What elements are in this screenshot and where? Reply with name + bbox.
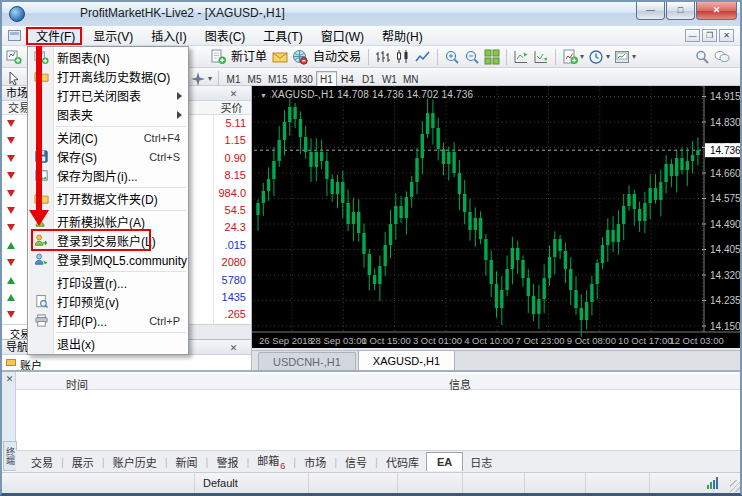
child-minimize-button[interactable]: — [685,29,700,42]
templates-dropdown-icon[interactable]: ▾ [632,47,636,67]
file-menu-item-退出(x)[interactable]: 退出(x) [28,334,188,353]
maximize-button[interactable]: □ [666,2,695,20]
menubar-item-图表(C)[interactable]: 图表(C) [196,27,255,47]
svg-text:14.915: 14.915 [710,91,741,102]
minimize-button[interactable]: — [636,2,665,20]
child-window-icon[interactable] [8,30,21,41]
zoom-in-icon[interactable] [442,47,462,67]
chart-autoscroll-icon[interactable] [531,47,551,67]
navigator-close-icon[interactable]: ✕ [228,342,239,353]
file-menu: 新图表(N)打开离线历史数据(O)打开已关闭图表图表夹关闭(C)Ctrl+F4保… [27,46,189,355]
terminal-tab-日志[interactable]: 日志 [463,452,499,472]
current-price-tag: 14.736 [705,143,742,157]
menubar-item-显示(V)[interactable]: 显示(V) [84,27,142,47]
autotrading-icon[interactable] [290,47,310,67]
terminal-side-tab[interactable]: 终端 [3,441,17,471]
printer-icon [28,313,54,328]
file-menu-item-保存为图片(i)...[interactable]: 保存为图片(i)... [28,166,188,185]
terminal-tab-警报[interactable]: 警报 [209,452,245,472]
bid-value: 0.90 [225,152,246,164]
chart-tab-XAGUSD-,H1[interactable]: XAGUSD-,H1 [358,350,455,370]
menubar-item-插入(I)[interactable]: 插入(I) [142,27,195,47]
chart-tab-bar: USDCNH-,H1XAGUSD-,H1 [252,350,742,370]
bid-value: .015 [225,239,246,251]
terminal-tab-代码库[interactable]: 代码库 [379,452,426,472]
new-chart-icon[interactable] [4,47,24,67]
timeframe-H4[interactable]: H4 [337,71,358,87]
terminal-tab-交易[interactable]: 交易 [24,452,60,472]
timeframe-M5[interactable]: M5 [244,71,265,87]
chart-tab-USDCNH-,H1[interactable]: USDCNH-,H1 [258,352,356,370]
status-section [525,473,586,494]
terminal-tab-市场[interactable]: 市场 [297,452,333,472]
file-menu-item-图表夹[interactable]: 图表夹 [28,105,188,124]
arrow-down-icon [7,190,15,197]
resize-grip[interactable] [730,480,742,492]
timeframe-M30[interactable]: M30 [290,71,315,87]
chart-menu-icon[interactable]: ▼ [260,92,267,99]
svg-text:14.320: 14.320 [710,270,741,281]
indicators-dropdown-icon[interactable]: ▾ [580,47,584,67]
new-order-icon[interactable] [208,47,228,67]
file-menu-item-新图表(N)[interactable]: 新图表(N) [28,48,188,67]
menu-item-shortcut: Ctrl+P [149,315,180,327]
menubar-item-窗口(W)[interactable]: 窗口(W) [312,27,373,47]
status-profile[interactable]: Default [195,473,309,494]
close-button[interactable]: ✕ [696,2,737,20]
tile-windows-icon[interactable] [482,47,502,67]
file-menu-item-打开数据文件夹(D)[interactable]: 打开数据文件夹(D) [28,189,188,208]
file-menu-item-登录到交易账户(L)[interactable]: 登录到交易账户(L) [28,231,188,250]
account-mql5-icon [28,252,54,267]
terminal-tab-信号[interactable]: 信号 [338,452,374,472]
terminal-tab-账户历史[interactable]: 账户历史 [106,452,164,472]
terminal-close-icon[interactable]: ✕ [4,374,15,385]
market-watch-close-icon[interactable]: ✕ [228,88,239,99]
timeframe-D1[interactable]: D1 [358,71,379,87]
chart-bars-icon[interactable] [373,47,393,67]
child-close-button[interactable]: ✕ [719,29,734,42]
indicators-icon[interactable] [560,47,580,67]
file-menu-item-打开离线历史数据(O)[interactable]: 打开离线历史数据(O) [28,67,188,86]
file-menu-item-开新模拟帐户(A)[interactable]: 开新模拟帐户(A) [28,212,188,231]
menu-item-label: 开新模拟帐户(A) [54,213,145,230]
chart-shift-icon[interactable] [511,47,531,67]
timeframe-M1[interactable]: M1 [223,71,244,87]
bid-value: 2080 [222,256,246,268]
chat-icon[interactable] [712,47,732,67]
file-menu-item-打印预览(v)[interactable]: 打印预览(v) [28,292,188,311]
svg-text:26 Sep 2018: 26 Sep 2018 [259,335,313,346]
chart-line-icon[interactable] [413,47,433,67]
child-restore-button[interactable]: ❐ [702,29,717,42]
file-menu-item-打印设置(r)...[interactable]: 打印设置(r)... [28,273,188,292]
periods-icon[interactable] [586,47,606,67]
file-menu-item-保存(S)[interactable]: 保存(S)Ctrl+S [28,147,188,166]
file-menu-item-打印(P)...[interactable]: 打印(P)...Ctrl+P [28,311,188,330]
envelope-icon[interactable] [270,47,290,67]
file-menu-item-登录到MQL5.community[interactable]: 登录到MQL5.community [28,250,188,269]
new-order-label[interactable]: 新订单 [228,47,270,67]
new-chart-icon [28,50,54,65]
arrow-down-icon [7,259,15,266]
menubar-item-文件(F)[interactable]: 文件(F) [27,27,84,47]
svg-text:9 Oct 08:00: 9 Oct 08:00 [567,335,616,346]
terminal-panel: ✕ 时间 信息 终端 交易|展示|账户历史|新闻|警报|邮箱6|市场|信号|代码… [2,370,742,472]
timeframe-W1[interactable]: W1 [379,71,400,87]
file-menu-item-打开已关闭图表[interactable]: 打开已关闭图表 [28,86,188,105]
menubar-item-工具(T)[interactable]: 工具(T) [254,27,311,47]
menubar-item-帮助(H)[interactable]: 帮助(H) [373,27,432,47]
file-menu-item-关闭(C)[interactable]: 关闭(C)Ctrl+F4 [28,128,188,147]
templates-icon[interactable] [612,47,632,67]
chart-candles-icon[interactable] [393,47,413,67]
terminal-tab-邮箱[interactable]: 邮箱6 [250,450,292,472]
timeframe-M15[interactable]: M15 [265,71,290,87]
terminal-tab-展示[interactable]: 展示 [65,452,101,472]
search-icon[interactable] [692,47,712,67]
arrow-down-icon [7,311,15,318]
periods-dropdown-icon[interactable]: ▾ [606,47,610,67]
autotrading-label[interactable]: 自动交易 [310,47,364,67]
terminal-tab-新闻[interactable]: 新闻 [169,452,205,472]
timeframe-MN[interactable]: MN [400,71,422,87]
timeframe-H1[interactable]: H1 [316,71,337,87]
zoom-out-icon[interactable] [462,47,482,67]
terminal-tab-EA[interactable]: EA [426,452,463,471]
